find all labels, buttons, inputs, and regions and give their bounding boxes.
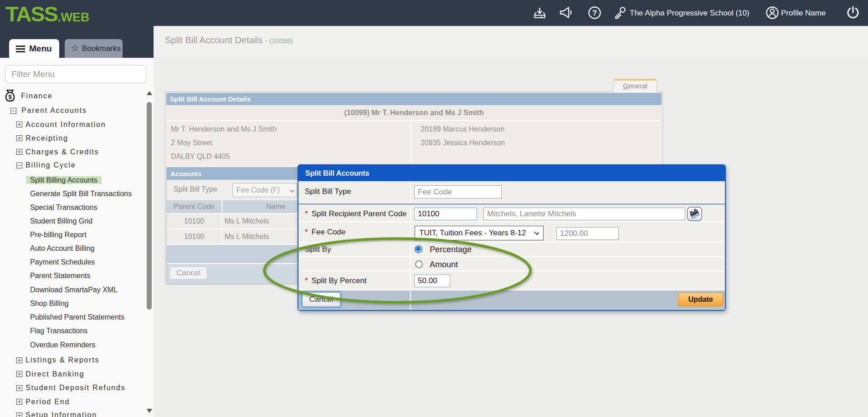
svg-text:?: ? <box>592 9 597 17</box>
svg-text:$: $ <box>8 93 12 100</box>
